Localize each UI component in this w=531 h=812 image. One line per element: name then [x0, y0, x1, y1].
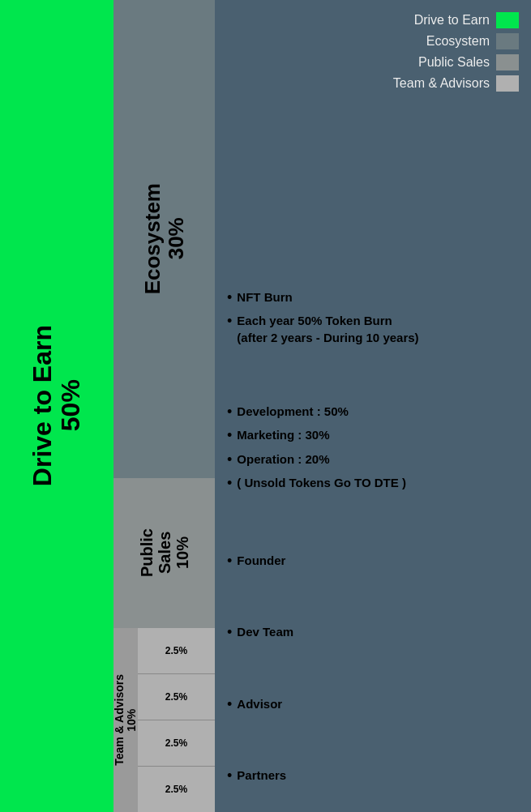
- dte-column: Drive to Earn50%: [0, 0, 113, 812]
- publicsales-section: PublicSales10%: [113, 478, 215, 628]
- team-info-1-text: Founder: [237, 552, 285, 569]
- legend-label-team: Team & Advisors: [393, 76, 490, 91]
- middle-col: Ecosystem30% PublicSales10% Team & Advis…: [113, 0, 215, 812]
- team-info-4-text: Partners: [237, 767, 286, 784]
- team-info-2-text: Dev Team: [237, 623, 293, 640]
- legend-swatch-ecosystem: [496, 33, 519, 49]
- ps-bullet-2-text: Marketing : 30%: [237, 426, 329, 443]
- ps-bullet-3-text: Operation : 20%: [237, 451, 329, 468]
- legend-item-publicsales: Public Sales: [418, 54, 519, 71]
- legend-label-ecosystem: Ecosystem: [426, 34, 490, 49]
- ecosystem-bullet-2-text: Each year 50% Token Burn(after 2 years -…: [237, 312, 418, 346]
- ecosystem-bullet-1: • NFT Burn: [227, 288, 523, 307]
- ps-bullet-4: • ( Unsold Tokens Go TO DTE ): [227, 474, 523, 493]
- team-info-rows: • Founder • Dev Team • Advisor • P: [227, 525, 523, 812]
- team-sub-row: 2.5%: [138, 766, 215, 812]
- team-info-row-3: • Advisor: [227, 669, 523, 741]
- chart-container: Drive to Earn50% Ecosystem30% PublicSale…: [0, 0, 531, 812]
- legend-swatch-dte: [496, 12, 519, 28]
- team-info-3-text: Advisor: [237, 695, 282, 712]
- ps-bullet-3: • Operation : 20%: [227, 451, 523, 469]
- ps-bullet-1-text: Development : 50%: [237, 403, 349, 420]
- dte-label: Drive to Earn50%: [28, 325, 85, 486]
- team-sub-row: 2.5%: [138, 628, 215, 673]
- team-section: Team & Advisors10% 2.5% 2.5% 2.5% 2.5%: [113, 628, 215, 812]
- legend-area: Drive to Earn Ecosystem Public Sales Tea…: [227, 8, 523, 92]
- legend-swatch-team: [496, 75, 519, 92]
- team-sub-row-label: 2.5%: [165, 737, 187, 749]
- team-sub-row: 2.5%: [138, 673, 215, 720]
- publicsales-label: PublicSales10%: [138, 528, 191, 577]
- ecosystem-label: Ecosystem30%: [141, 183, 187, 294]
- team-label: Team & Advisors10%: [113, 674, 139, 766]
- team-sub-row-label: 2.5%: [165, 691, 187, 703]
- ecosystem-bullet-1-text: NFT Burn: [237, 288, 292, 306]
- publicsales-info: • Development : 50% • Marketing : 30% • …: [227, 375, 523, 525]
- ecosystem-section: Ecosystem30%: [113, 0, 215, 478]
- ps-bullet-2: • Marketing : 30%: [227, 426, 523, 445]
- ecosystem-bullet-2: • Each year 50% Token Burn(after 2 years…: [227, 312, 523, 346]
- team-sub-row: 2.5%: [138, 720, 215, 766]
- team-info-row-1: • Founder: [227, 525, 523, 597]
- legend-label-dte: Drive to Earn: [414, 13, 490, 28]
- ps-bullet-1: • Development : 50%: [227, 403, 523, 421]
- team-sub-row-label: 2.5%: [165, 784, 187, 795]
- right-col: Drive to Earn Ecosystem Public Sales Tea…: [215, 0, 531, 812]
- team-sub-row-label: 2.5%: [165, 645, 187, 656]
- team-info-row-4: • Partners: [227, 741, 523, 813]
- legend-item-ecosystem: Ecosystem: [426, 33, 519, 49]
- team-info-row-2: • Dev Team: [227, 597, 523, 669]
- legend-label-publicsales: Public Sales: [418, 55, 490, 70]
- legend-item-team: Team & Advisors: [393, 75, 519, 92]
- team-label-col: Team & Advisors10%: [113, 628, 138, 812]
- legend-item-dte: Drive to Earn: [414, 12, 519, 28]
- legend-swatch-publicsales: [496, 54, 519, 71]
- team-sub-col: 2.5% 2.5% 2.5% 2.5%: [138, 628, 215, 812]
- ecosystem-info: • NFT Burn • Each year 50% Token Burn(af…: [227, 100, 523, 375]
- ps-bullet-4-text: ( Unsold Tokens Go TO DTE ): [237, 474, 406, 491]
